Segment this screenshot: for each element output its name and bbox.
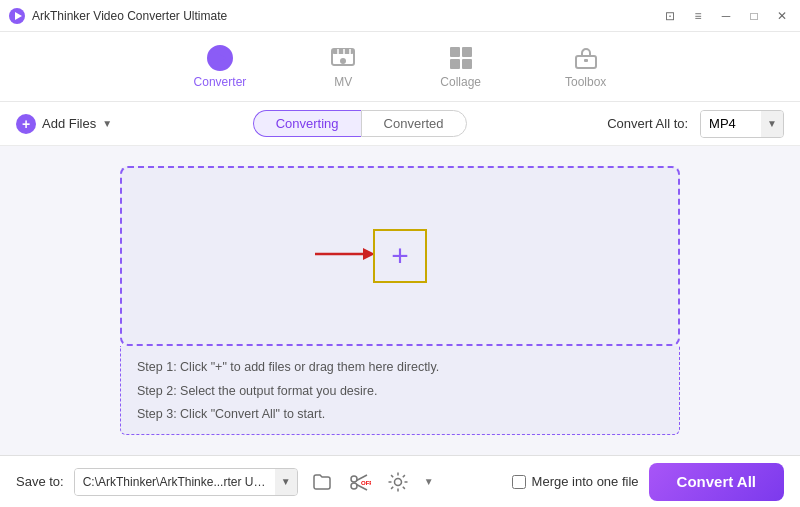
app-title: ArkThinker Video Converter Ultimate bbox=[32, 9, 660, 23]
merge-checkbox[interactable] bbox=[512, 475, 526, 489]
drop-arrow bbox=[315, 244, 375, 268]
step-1: Step 1: Click "+" to add files or drag t… bbox=[137, 358, 663, 377]
nav-item-converter[interactable]: Converter bbox=[182, 37, 259, 97]
window-controls: ⊡ ≡ ─ □ ✕ bbox=[660, 6, 792, 26]
save-to-label: Save to: bbox=[16, 474, 64, 489]
save-path-input: C:\ArkThinker\ArkThinke...rter Ultimate\… bbox=[74, 468, 298, 496]
step-3: Step 3: Click "Convert All" to start. bbox=[137, 405, 663, 424]
svg-rect-12 bbox=[462, 47, 472, 57]
drop-plus-box[interactable]: + bbox=[373, 229, 427, 283]
app-logo bbox=[8, 7, 26, 25]
step-2: Step 2: Select the output format you des… bbox=[137, 382, 663, 401]
nav-bar: Converter MV Collage bbox=[0, 32, 800, 102]
steps-box: Step 1: Click "+" to add files or drag t… bbox=[120, 346, 680, 435]
converter-label: Converter bbox=[194, 75, 247, 89]
tab-converted[interactable]: Converted bbox=[361, 110, 467, 137]
svg-rect-16 bbox=[584, 59, 588, 62]
merge-checkbox-group: Merge into one file bbox=[512, 474, 639, 489]
add-files-label: Add Files bbox=[42, 116, 96, 131]
add-files-dropdown-arrow[interactable]: ▼ bbox=[102, 118, 112, 129]
cut-icon-button[interactable]: OFF bbox=[346, 468, 374, 496]
converter-icon bbox=[207, 45, 233, 71]
toolbar: + Add Files ▼ Converting Converted Conve… bbox=[0, 102, 800, 146]
close-button[interactable]: ✕ bbox=[772, 6, 792, 26]
add-files-button[interactable]: + Add Files ▼ bbox=[16, 114, 112, 134]
collage-label: Collage bbox=[440, 75, 481, 89]
mv-icon bbox=[330, 45, 356, 71]
drop-zone[interactable]: + bbox=[120, 166, 680, 346]
footer: Save to: C:\ArkThinker\ArkThinke...rter … bbox=[0, 455, 800, 507]
convert-all-button[interactable]: Convert All bbox=[649, 463, 784, 501]
svg-rect-11 bbox=[450, 47, 460, 57]
format-dropdown[interactable]: MP4 MOV AVI MKV WMV bbox=[701, 111, 761, 137]
open-folder-button[interactable] bbox=[308, 468, 336, 496]
svg-rect-14 bbox=[462, 59, 472, 69]
format-dropdown-arrow: ▼ bbox=[761, 111, 783, 137]
format-select[interactable]: MP4 MOV AVI MKV WMV ▼ bbox=[700, 110, 784, 138]
collage-icon bbox=[448, 45, 474, 71]
svg-point-24 bbox=[394, 478, 401, 485]
toolbox-icon bbox=[573, 45, 599, 71]
svg-text:OFF: OFF bbox=[361, 480, 371, 486]
mv-label: MV bbox=[334, 75, 352, 89]
merge-label[interactable]: Merge into one file bbox=[532, 474, 639, 489]
tab-group: Converting Converted bbox=[124, 110, 595, 137]
tab-converting[interactable]: Converting bbox=[253, 110, 361, 137]
svg-point-10 bbox=[340, 58, 346, 64]
svg-point-20 bbox=[351, 483, 357, 489]
title-bar: ArkThinker Video Converter Ultimate ⊡ ≡ … bbox=[0, 0, 800, 32]
minimize-button[interactable]: ─ bbox=[716, 6, 736, 26]
maximize-button[interactable]: □ bbox=[744, 6, 764, 26]
drop-plus-icon: + bbox=[391, 241, 409, 271]
svg-rect-13 bbox=[450, 59, 460, 69]
add-files-icon: + bbox=[16, 114, 36, 134]
save-path-text: C:\ArkThinker\ArkThinke...rter Ultimate\… bbox=[75, 468, 275, 496]
convert-all-to-label: Convert All to: bbox=[607, 116, 688, 131]
nav-item-mv[interactable]: MV bbox=[318, 37, 368, 97]
save-path-dropdown-arrow[interactable]: ▼ bbox=[275, 469, 297, 495]
menu-button[interactable]: ≡ bbox=[688, 6, 708, 26]
svg-point-19 bbox=[351, 476, 357, 482]
settings-dropdown-arrow[interactable]: ▼ bbox=[422, 468, 436, 496]
main-content: + Step 1: Click "+" to add files or drag… bbox=[0, 146, 800, 455]
nav-item-toolbox[interactable]: Toolbox bbox=[553, 37, 618, 97]
settings-button[interactable] bbox=[384, 468, 412, 496]
toolbox-label: Toolbox bbox=[565, 75, 606, 89]
chat-button[interactable]: ⊡ bbox=[660, 6, 680, 26]
nav-item-collage[interactable]: Collage bbox=[428, 37, 493, 97]
